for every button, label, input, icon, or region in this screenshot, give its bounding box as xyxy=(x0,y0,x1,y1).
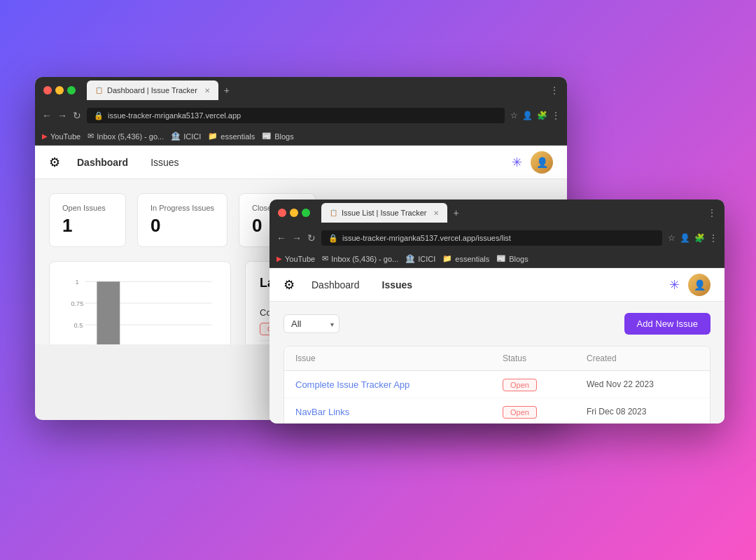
minimize-button-2[interactable] xyxy=(290,209,298,217)
browser-toolbar-icons-2: ☆ 👤 🧩 ⋮ xyxy=(668,233,718,243)
active-tab-2[interactable]: 📋 Issue List | Issue Tracker ✕ xyxy=(321,203,447,223)
bookmark-inbox[interactable]: ✉ Inbox (5,436) - go... xyxy=(88,132,164,141)
url-text: issue-tracker-mriganka5137.vercel.app xyxy=(108,111,241,120)
address-bar-2: ← → ↻ 🔒 issue-tracker-mriganka5137.verce… xyxy=(270,226,724,250)
minimize-button[interactable] xyxy=(55,86,64,94)
bookmark-icon[interactable]: ☆ xyxy=(510,111,518,120)
lock-icon: 🔒 xyxy=(94,111,104,120)
bar-chart-card: 1 0.75 0.5 0.25 0 Open In Progress xyxy=(49,261,231,344)
settings-icon[interactable]: ⋮ xyxy=(552,111,560,120)
bookmark-inbox-label: Inbox (5,436) - go... xyxy=(97,132,164,141)
issue-date-2: Fri Dec 08 2023 xyxy=(587,407,699,416)
new-tab-button[interactable]: + xyxy=(224,85,230,96)
bookmark-youtube[interactable]: ▶ YouTube xyxy=(42,132,80,141)
browser-window-issues: 📋 Issue List | Issue Tracker ✕ + ⋮ ← → ↻… xyxy=(270,200,724,424)
user-avatar-2[interactable]: 👤 xyxy=(688,274,710,296)
filter-row: All Open In Progress Closed ▾ Add New Is… xyxy=(284,313,710,335)
nav-issues-link-2[interactable]: Issues xyxy=(377,276,419,293)
bookmark-icon-2[interactable]: ☆ xyxy=(668,233,676,243)
tab-favicon-icon: 📋 xyxy=(95,87,103,94)
svg-text:0.75: 0.75 xyxy=(71,300,83,307)
url-input[interactable]: 🔒 issue-tracker-mriganka5137.vercel.app xyxy=(87,108,505,123)
status-filter-select[interactable]: All Open In Progress Closed xyxy=(284,314,340,333)
chrome-menu-icon-2[interactable]: ⋮ xyxy=(708,208,716,218)
bookmark-icici[interactable]: 🏦 ICICI xyxy=(171,132,201,141)
icici-icon-2: 🏦 xyxy=(405,254,415,263)
bookmark-essentials[interactable]: 📁 essentials xyxy=(208,132,255,141)
bookmarks-bar: ▶ YouTube ✉ Inbox (5,436) - go... 🏦 ICIC… xyxy=(35,127,567,146)
col-header-status: Status xyxy=(503,354,587,363)
issue-date-1: Wed Nov 22 2023 xyxy=(587,379,699,389)
nav-issues-link[interactable]: Issues xyxy=(145,154,184,171)
nav-dashboard-link-2[interactable]: Dashboard xyxy=(306,276,365,293)
forward-button[interactable]: → xyxy=(57,110,67,121)
back-button-2[interactable]: ← xyxy=(276,232,286,244)
bookmark-youtube-2[interactable]: ▶ YouTube xyxy=(276,255,315,263)
bar-chart-svg: 1 0.75 0.5 0.25 0 Open In Progress xyxy=(61,273,219,344)
tab-favicon-icon-2: 📋 xyxy=(330,209,337,216)
theme-toggle-icon-2[interactable]: ✳ xyxy=(669,277,680,293)
extensions-icon[interactable]: 🧩 xyxy=(537,111,547,120)
traffic-lights-2 xyxy=(278,209,310,217)
bookmark-youtube-label: YouTube xyxy=(50,132,80,141)
url-input-2[interactable]: 🔒 issue-tracker-mriganka5137.vercel.app/… xyxy=(321,230,662,246)
close-button[interactable] xyxy=(43,86,52,94)
filter-wrapper: All Open In Progress Closed ▾ xyxy=(284,314,340,333)
profile-icon-2[interactable]: 👤 xyxy=(680,233,690,243)
issue-link-2[interactable]: NavBar Links xyxy=(295,407,503,417)
url-text-2: issue-tracker-mriganka5137.vercel.app/is… xyxy=(342,234,511,242)
chrome-menu-icon[interactable]: ⋮ xyxy=(550,85,559,95)
stat-card-open: Open Issues 1 xyxy=(49,193,126,247)
bookmark-blogs-label-2: Blogs xyxy=(509,255,528,263)
reload-button[interactable]: ↻ xyxy=(73,110,81,121)
settings-icon-2[interactable]: ⋮ xyxy=(709,233,718,243)
app-logo-icon-2: ⚙ xyxy=(284,277,295,293)
app-navbar-2: ⚙ Dashboard Issues ✳ 👤 xyxy=(270,268,724,302)
browser-toolbar-icons: ☆ 👤 🧩 ⋮ xyxy=(510,111,560,120)
theme-toggle-icon[interactable]: ✳ xyxy=(512,155,522,170)
active-tab[interactable]: 📋 Dashboard | Issue Tracker ✕ xyxy=(87,80,218,100)
bookmark-icici-label: ICICI xyxy=(183,132,201,141)
nav-dashboard-link[interactable]: Dashboard xyxy=(71,154,134,171)
bookmark-icici-2[interactable]: 🏦 ICICI xyxy=(405,254,435,263)
bookmark-blogs[interactable]: 📰 Blogs xyxy=(262,132,294,141)
chrome-actions: ⋮ xyxy=(550,85,559,95)
bookmark-essentials-label-2: essentials xyxy=(455,255,489,263)
back-button[interactable]: ← xyxy=(42,110,52,121)
inbox-icon: ✉ xyxy=(88,132,94,141)
youtube-icon-2: ▶ xyxy=(276,255,282,262)
svg-text:0.25: 0.25 xyxy=(69,344,81,344)
bookmark-essentials-2[interactable]: 📁 essentials xyxy=(442,254,489,263)
blog-icon: 📰 xyxy=(262,132,272,141)
traffic-lights xyxy=(43,86,76,94)
maximize-button[interactable] xyxy=(67,86,76,94)
close-button-2[interactable] xyxy=(278,209,286,217)
bookmark-essentials-label: essentials xyxy=(220,132,255,141)
user-avatar[interactable]: 👤 xyxy=(531,151,553,174)
svg-text:0.5: 0.5 xyxy=(74,322,83,329)
chrome-actions-2: ⋮ xyxy=(708,208,716,218)
nav-right-icons: ✳ 👤 xyxy=(512,151,553,174)
maximize-button-2[interactable] xyxy=(302,209,310,217)
bookmark-icici-label-2: ICICI xyxy=(418,255,435,263)
bookmark-blogs-label: Blogs xyxy=(274,132,294,141)
profile-icon[interactable]: 👤 xyxy=(522,111,533,120)
svg-text:1: 1 xyxy=(76,279,79,286)
col-header-issue: Issue xyxy=(295,354,503,363)
new-tab-button-2[interactable]: + xyxy=(453,207,458,218)
folder-icon-2: 📁 xyxy=(442,254,452,263)
bookmark-blogs-2[interactable]: 📰 Blogs xyxy=(496,254,528,263)
bookmarks-bar-2: ▶ YouTube ✉ Inbox (5,436) - go... 🏦 ICIC… xyxy=(270,250,724,268)
tab-bar: 📋 Dashboard | Issue Tracker ✕ + xyxy=(87,80,545,100)
tab-close-icon[interactable]: ✕ xyxy=(204,87,210,94)
bookmark-inbox-label-2: Inbox (5,436) - go... xyxy=(331,255,398,263)
add-new-issue-button[interactable]: Add New Issue xyxy=(624,313,710,335)
extensions-icon-2[interactable]: 🧩 xyxy=(694,233,705,243)
tab-close-icon-2[interactable]: ✕ xyxy=(433,209,439,217)
reload-button-2[interactable]: ↻ xyxy=(307,232,316,244)
forward-button-2[interactable]: → xyxy=(292,232,302,244)
issue-link-1[interactable]: Complete Issue Tracker App xyxy=(295,379,503,390)
table-header: Issue Status Created xyxy=(284,346,710,371)
bookmark-inbox-2[interactable]: ✉ Inbox (5,436) - go... xyxy=(322,254,398,263)
stat-inprogress-label: In Progress Issues xyxy=(150,204,214,212)
